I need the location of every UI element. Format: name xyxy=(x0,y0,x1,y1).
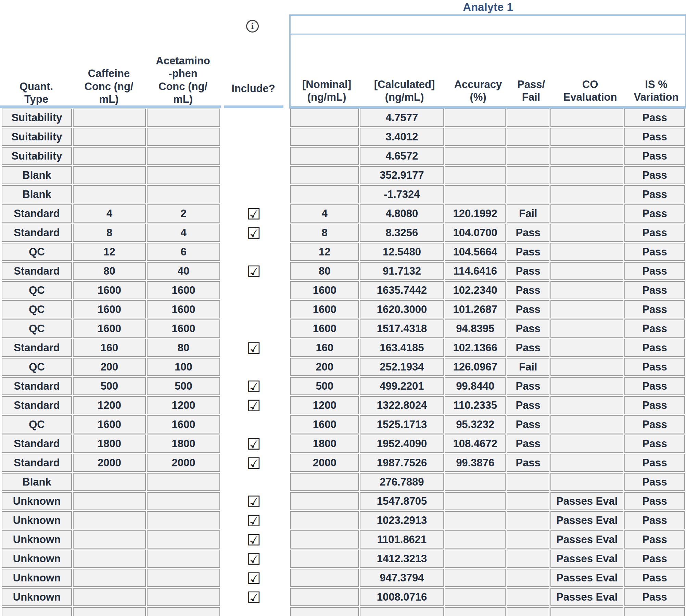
cell-quant-type[interactable]: Standard xyxy=(2,396,72,414)
cell-accuracy[interactable]: 95.3232 xyxy=(445,415,506,433)
cell-calculated[interactable]: 8.3256 xyxy=(360,224,444,242)
cell-acetaminophen-conc[interactable]: 6 xyxy=(147,243,220,261)
cell-acetaminophen-conc[interactable] xyxy=(147,473,220,491)
cell-caffeine-conc[interactable] xyxy=(73,147,146,165)
cell-co-evaluation[interactable]: Passes Eval xyxy=(550,492,623,510)
cell-quant-type[interactable]: Standard xyxy=(2,435,72,453)
cell-co-evaluation[interactable]: Passes Eval xyxy=(550,550,623,568)
cell-calculated[interactable]: 252.1934 xyxy=(360,358,444,376)
cell-is-variation[interactable]: Pass xyxy=(624,435,685,453)
cell-quant-type[interactable]: Unknown xyxy=(2,492,72,510)
cell-nominal[interactable] xyxy=(290,147,359,165)
cell-quant-type[interactable]: QC xyxy=(2,415,72,433)
cell-quant-type[interactable]: Blank xyxy=(2,166,72,184)
cell-pass-fail[interactable]: Pass xyxy=(507,319,549,338)
cell-accuracy[interactable]: 120.1992 xyxy=(445,204,506,223)
cell-co-evaluation[interactable] xyxy=(550,396,623,414)
cell-quant-type[interactable]: Standard xyxy=(2,377,72,395)
cell-pass-fail[interactable] xyxy=(507,147,549,165)
cell-nominal[interactable] xyxy=(290,166,359,184)
cell-quant-type[interactable]: Suitability xyxy=(2,147,72,165)
cell-co-evaluation[interactable] xyxy=(550,224,623,242)
cell-is-variation[interactable]: Pass xyxy=(624,281,685,299)
include-checkbox-checked-icon[interactable]: ☑ xyxy=(247,264,261,279)
cell-quant-type[interactable]: Standard xyxy=(2,454,72,472)
cell-accuracy[interactable] xyxy=(445,550,506,568)
cell-accuracy[interactable] xyxy=(445,473,506,491)
cell-nominal[interactable]: 4 xyxy=(290,204,359,223)
cell-nominal[interactable]: 2000 xyxy=(290,454,359,472)
cell-caffeine-conc[interactable] xyxy=(73,473,146,491)
cell-acetaminophen-conc[interactable]: 1600 xyxy=(147,281,220,299)
cell-caffeine-conc[interactable] xyxy=(73,185,146,203)
cell-co-evaluation[interactable] xyxy=(550,128,623,146)
cell-acetaminophen-conc[interactable] xyxy=(147,511,220,529)
cell-caffeine-conc[interactable] xyxy=(73,166,146,184)
cell-accuracy[interactable]: 99.3876 xyxy=(445,454,506,472)
cell-co-evaluation[interactable] xyxy=(550,377,623,395)
cell-nominal[interactable] xyxy=(290,569,359,587)
cell-is-variation[interactable]: Pass xyxy=(624,262,685,280)
cell-acetaminophen-conc[interactable] xyxy=(147,185,220,203)
cell-co-evaluation[interactable] xyxy=(550,185,623,203)
cell-accuracy[interactable]: 108.4672 xyxy=(445,435,506,453)
cell-accuracy[interactable]: 94.8395 xyxy=(445,319,506,338)
cell-pass-fail[interactable]: Pass xyxy=(507,300,549,318)
cell-caffeine-conc[interactable] xyxy=(73,550,146,568)
cell-calculated[interactable]: 4.8080 xyxy=(360,204,444,223)
cell-caffeine-conc[interactable]: 80 xyxy=(73,262,146,280)
cell-acetaminophen-conc[interactable]: 2000 xyxy=(147,454,220,472)
cell-co-evaluation[interactable] xyxy=(550,243,623,261)
cell-calculated[interactable]: 3.4012 xyxy=(360,128,444,146)
include-checkbox-checked-icon[interactable]: ☑ xyxy=(247,206,261,222)
cell-co-evaluation[interactable] xyxy=(550,607,623,616)
cell-accuracy[interactable] xyxy=(445,588,506,606)
cell-accuracy[interactable]: 110.2335 xyxy=(445,396,506,414)
cell-is-variation[interactable]: Pass xyxy=(624,339,685,357)
cell-co-evaluation[interactable]: Passes Eval xyxy=(550,569,623,587)
cell-nominal[interactable] xyxy=(290,492,359,510)
cell-quant-type[interactable]: QC xyxy=(2,300,72,318)
cell-quant-type[interactable]: Blank xyxy=(2,473,72,491)
cell-co-evaluation[interactable] xyxy=(550,109,623,127)
cell-nominal[interactable]: 12 xyxy=(290,243,359,261)
cell-caffeine-conc[interactable] xyxy=(73,109,146,127)
cell-caffeine-conc[interactable]: 1600 xyxy=(73,300,146,318)
cell-acetaminophen-conc[interactable]: 4 xyxy=(147,224,220,242)
cell-is-variation[interactable]: Pass xyxy=(624,377,685,395)
cell-calculated[interactable]: 947.3794 xyxy=(360,569,444,587)
cell-is-variation[interactable]: Pass xyxy=(624,358,685,376)
cell-nominal[interactable]: 1200 xyxy=(290,396,359,414)
cell-caffeine-conc[interactable] xyxy=(73,607,146,616)
cell-nominal[interactable]: 1600 xyxy=(290,300,359,318)
cell-accuracy[interactable]: 102.2340 xyxy=(445,281,506,299)
include-checkbox-checked-icon[interactable]: ☑ xyxy=(247,513,261,529)
cell-acetaminophen-conc[interactable]: 40 xyxy=(147,262,220,280)
cell-nominal[interactable] xyxy=(290,185,359,203)
cell-calculated[interactable]: 1547.8705 xyxy=(360,492,444,510)
cell-accuracy[interactable]: 102.1366 xyxy=(445,339,506,357)
include-checkbox-checked-icon[interactable]: ☑ xyxy=(247,436,261,452)
cell-caffeine-conc[interactable]: 1200 xyxy=(73,396,146,414)
cell-co-evaluation[interactable] xyxy=(550,166,623,184)
cell-pass-fail[interactable]: Pass xyxy=(507,454,549,472)
cell-calculated[interactable]: 1322.8024 xyxy=(360,396,444,414)
cell-nominal[interactable] xyxy=(290,473,359,491)
cell-acetaminophen-conc[interactable]: 1800 xyxy=(147,435,220,453)
cell-pass-fail[interactable] xyxy=(507,109,549,127)
cell-accuracy[interactable]: 101.2687 xyxy=(445,300,506,318)
cell-caffeine-conc[interactable]: 2000 xyxy=(73,454,146,472)
cell-quant-type[interactable]: QC xyxy=(2,281,72,299)
cell-pass-fail[interactable] xyxy=(507,550,549,568)
cell-pass-fail[interactable] xyxy=(507,185,549,203)
include-checkbox-checked-icon[interactable]: ☑ xyxy=(247,532,261,548)
cell-is-variation[interactable]: Pass xyxy=(624,396,685,414)
cell-is-variation[interactable]: Pass xyxy=(624,550,685,568)
include-checkbox-checked-icon[interactable]: ☑ xyxy=(247,455,261,471)
cell-quant-type[interactable]: QC xyxy=(2,319,72,338)
cell-calculated[interactable]: 12.5480 xyxy=(360,243,444,261)
analyte-merged-cell[interactable] xyxy=(291,16,685,35)
cell-acetaminophen-conc[interactable]: 1200 xyxy=(147,396,220,414)
cell-accuracy[interactable] xyxy=(445,530,506,549)
cell-is-variation[interactable]: Pass xyxy=(624,473,685,491)
